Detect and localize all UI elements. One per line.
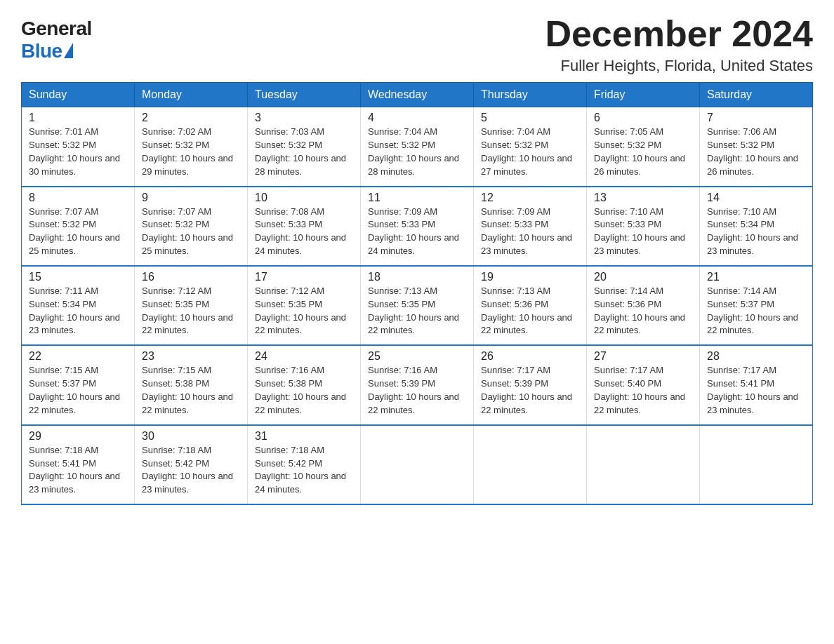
- day-number: 28: [707, 350, 805, 363]
- calendar-day-cell: 18Sunrise: 7:13 AMSunset: 5:35 PMDayligh…: [361, 266, 474, 345]
- calendar-day-cell: 13Sunrise: 7:10 AMSunset: 5:33 PMDayligh…: [587, 187, 700, 266]
- calendar-day-cell: 20Sunrise: 7:14 AMSunset: 5:36 PMDayligh…: [587, 266, 700, 345]
- calendar-day-cell: [700, 425, 813, 504]
- day-info: Sunrise: 7:02 AMSunset: 5:32 PMDaylight:…: [142, 126, 240, 178]
- day-info: Sunrise: 7:16 AMSunset: 5:38 PMDaylight:…: [255, 364, 353, 417]
- day-info: Sunrise: 7:14 AMSunset: 5:37 PMDaylight:…: [707, 285, 805, 337]
- calendar-day-cell: 4Sunrise: 7:04 AMSunset: 5:32 PMDaylight…: [361, 107, 474, 187]
- day-info: Sunrise: 7:09 AMSunset: 5:33 PMDaylight:…: [481, 206, 579, 258]
- day-number: 13: [594, 192, 692, 204]
- week-row-1: 1Sunrise: 7:01 AMSunset: 5:32 PMDaylight…: [22, 107, 813, 187]
- calendar-day-cell: 17Sunrise: 7:12 AMSunset: 5:35 PMDayligh…: [248, 266, 361, 345]
- calendar-day-cell: 11Sunrise: 7:09 AMSunset: 5:33 PMDayligh…: [361, 187, 474, 266]
- calendar-day-cell: [361, 425, 474, 504]
- month-year-title: December 2024: [545, 14, 813, 54]
- day-info: Sunrise: 7:03 AMSunset: 5:32 PMDaylight:…: [255, 126, 353, 178]
- calendar-day-cell: 6Sunrise: 7:05 AMSunset: 5:32 PMDaylight…: [587, 107, 700, 187]
- day-info: Sunrise: 7:07 AMSunset: 5:32 PMDaylight:…: [29, 206, 127, 258]
- day-info: Sunrise: 7:16 AMSunset: 5:39 PMDaylight:…: [368, 364, 466, 417]
- week-row-5: 29Sunrise: 7:18 AMSunset: 5:41 PMDayligh…: [22, 425, 813, 504]
- calendar-day-cell: 29Sunrise: 7:18 AMSunset: 5:41 PMDayligh…: [22, 425, 135, 504]
- day-info: Sunrise: 7:10 AMSunset: 5:33 PMDaylight:…: [594, 206, 692, 258]
- calendar-day-cell: 8Sunrise: 7:07 AMSunset: 5:32 PMDaylight…: [22, 187, 135, 266]
- logo-triangle-icon: [64, 43, 73, 58]
- header-thursday: Thursday: [474, 83, 587, 107]
- day-number: 1: [29, 112, 127, 124]
- calendar-day-cell: 5Sunrise: 7:04 AMSunset: 5:32 PMDaylight…: [474, 107, 587, 187]
- weekday-header-row: Sunday Monday Tuesday Wednesday Thursday…: [22, 83, 813, 107]
- logo: General Blue: [21, 14, 92, 62]
- day-number: 11: [368, 192, 466, 204]
- calendar-day-cell: 1Sunrise: 7:01 AMSunset: 5:32 PMDaylight…: [22, 107, 135, 187]
- logo-blue-text: Blue: [21, 40, 73, 62]
- week-row-4: 22Sunrise: 7:15 AMSunset: 5:37 PMDayligh…: [22, 345, 813, 424]
- day-info: Sunrise: 7:12 AMSunset: 5:35 PMDaylight:…: [142, 285, 240, 337]
- header-friday: Friday: [587, 83, 700, 107]
- header-sunday: Sunday: [22, 83, 135, 107]
- day-info: Sunrise: 7:11 AMSunset: 5:34 PMDaylight:…: [29, 285, 127, 337]
- day-number: 31: [255, 430, 353, 443]
- day-number: 6: [594, 112, 692, 124]
- calendar-day-cell: 10Sunrise: 7:08 AMSunset: 5:33 PMDayligh…: [248, 187, 361, 266]
- day-number: 12: [481, 192, 579, 204]
- day-number: 23: [142, 350, 240, 363]
- calendar-day-cell: 3Sunrise: 7:03 AMSunset: 5:32 PMDaylight…: [248, 107, 361, 187]
- header-wednesday: Wednesday: [361, 83, 474, 107]
- header-tuesday: Tuesday: [248, 83, 361, 107]
- day-number: 19: [481, 271, 579, 283]
- day-info: Sunrise: 7:17 AMSunset: 5:39 PMDaylight:…: [481, 364, 579, 417]
- day-info: Sunrise: 7:01 AMSunset: 5:32 PMDaylight:…: [29, 126, 127, 178]
- calendar-day-cell: [474, 425, 587, 504]
- header-saturday: Saturday: [700, 83, 813, 107]
- calendar-day-cell: 19Sunrise: 7:13 AMSunset: 5:36 PMDayligh…: [474, 266, 587, 345]
- day-number: 24: [255, 350, 353, 363]
- day-number: 25: [368, 350, 466, 363]
- day-number: 7: [707, 112, 805, 124]
- calendar-day-cell: 12Sunrise: 7:09 AMSunset: 5:33 PMDayligh…: [474, 187, 587, 266]
- location-subtitle: Fuller Heights, Florida, United States: [545, 57, 813, 75]
- day-number: 14: [707, 192, 805, 204]
- day-info: Sunrise: 7:04 AMSunset: 5:32 PMDaylight:…: [368, 126, 466, 178]
- day-info: Sunrise: 7:18 AMSunset: 5:42 PMDaylight:…: [255, 444, 353, 497]
- calendar-day-cell: 2Sunrise: 7:02 AMSunset: 5:32 PMDaylight…: [135, 107, 248, 187]
- day-info: Sunrise: 7:14 AMSunset: 5:36 PMDaylight:…: [594, 285, 692, 337]
- day-number: 9: [142, 192, 240, 204]
- calendar-day-cell: 31Sunrise: 7:18 AMSunset: 5:42 PMDayligh…: [248, 425, 361, 504]
- day-number: 3: [255, 112, 353, 124]
- calendar-day-cell: 24Sunrise: 7:16 AMSunset: 5:38 PMDayligh…: [248, 345, 361, 424]
- week-row-3: 15Sunrise: 7:11 AMSunset: 5:34 PMDayligh…: [22, 266, 813, 345]
- day-number: 2: [142, 112, 240, 124]
- day-number: 10: [255, 192, 353, 204]
- day-info: Sunrise: 7:18 AMSunset: 5:41 PMDaylight:…: [29, 444, 127, 497]
- calendar-day-cell: 26Sunrise: 7:17 AMSunset: 5:39 PMDayligh…: [474, 345, 587, 424]
- day-number: 17: [255, 271, 353, 283]
- calendar-day-cell: 21Sunrise: 7:14 AMSunset: 5:37 PMDayligh…: [700, 266, 813, 345]
- calendar-day-cell: 7Sunrise: 7:06 AMSunset: 5:32 PMDaylight…: [700, 107, 813, 187]
- day-info: Sunrise: 7:07 AMSunset: 5:32 PMDaylight:…: [142, 206, 240, 258]
- day-info: Sunrise: 7:18 AMSunset: 5:42 PMDaylight:…: [142, 444, 240, 497]
- title-block: December 2024 Fuller Heights, Florida, U…: [545, 14, 813, 75]
- calendar-day-cell: 25Sunrise: 7:16 AMSunset: 5:39 PMDayligh…: [361, 345, 474, 424]
- day-info: Sunrise: 7:17 AMSunset: 5:41 PMDaylight:…: [707, 364, 805, 417]
- day-info: Sunrise: 7:17 AMSunset: 5:40 PMDaylight:…: [594, 364, 692, 417]
- calendar-day-cell: 28Sunrise: 7:17 AMSunset: 5:41 PMDayligh…: [700, 345, 813, 424]
- day-info: Sunrise: 7:04 AMSunset: 5:32 PMDaylight:…: [481, 126, 579, 178]
- day-info: Sunrise: 7:10 AMSunset: 5:34 PMDaylight:…: [707, 206, 805, 258]
- day-number: 15: [29, 271, 127, 283]
- day-number: 30: [142, 430, 240, 443]
- day-number: 8: [29, 192, 127, 204]
- calendar-day-cell: 16Sunrise: 7:12 AMSunset: 5:35 PMDayligh…: [135, 266, 248, 345]
- day-number: 29: [29, 430, 127, 443]
- day-number: 5: [481, 112, 579, 124]
- day-info: Sunrise: 7:08 AMSunset: 5:33 PMDaylight:…: [255, 206, 353, 258]
- day-info: Sunrise: 7:13 AMSunset: 5:35 PMDaylight:…: [368, 285, 466, 337]
- day-number: 18: [368, 271, 466, 283]
- day-number: 21: [707, 271, 805, 283]
- day-info: Sunrise: 7:05 AMSunset: 5:32 PMDaylight:…: [594, 126, 692, 178]
- calendar-day-cell: 27Sunrise: 7:17 AMSunset: 5:40 PMDayligh…: [587, 345, 700, 424]
- page-header: General Blue December 2024 Fuller Height…: [21, 14, 813, 75]
- calendar-table: Sunday Monday Tuesday Wednesday Thursday…: [21, 82, 813, 505]
- calendar-day-cell: 9Sunrise: 7:07 AMSunset: 5:32 PMDaylight…: [135, 187, 248, 266]
- calendar-day-cell: 15Sunrise: 7:11 AMSunset: 5:34 PMDayligh…: [22, 266, 135, 345]
- day-info: Sunrise: 7:12 AMSunset: 5:35 PMDaylight:…: [255, 285, 353, 337]
